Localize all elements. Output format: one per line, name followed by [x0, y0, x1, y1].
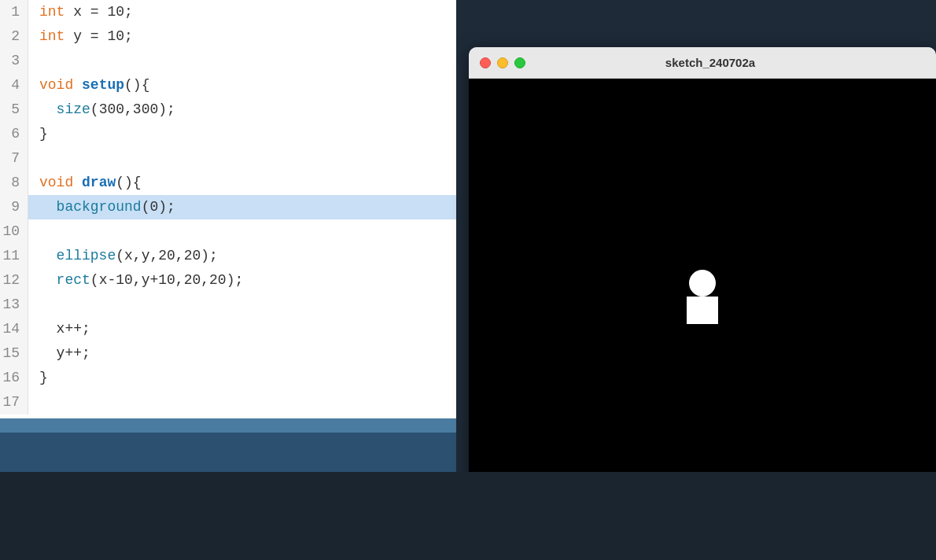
line-content-17 — [28, 390, 39, 414]
window-title: sketch_240702a — [532, 56, 889, 69]
line-number-17: 17 — [0, 390, 28, 414]
line-content-13 — [28, 293, 39, 317]
line-content-14: x++; — [28, 317, 90, 341]
code-line-10[interactable]: 10 — [0, 219, 456, 244]
line-number-5: 5 — [0, 98, 28, 122]
line-number-11: 11 — [0, 244, 28, 268]
line-content-16: } — [28, 366, 48, 390]
maximize-button[interactable] — [514, 57, 525, 68]
line-number-12: 12 — [0, 268, 28, 293]
rect-shape — [687, 297, 718, 324]
line-number-15: 15 — [0, 341, 28, 366]
code-line-6[interactable]: 6} — [0, 122, 456, 146]
bottom-bar — [0, 472, 936, 560]
code-line-17[interactable]: 17 — [0, 390, 456, 414]
line-content-9: background(0); — [28, 195, 175, 219]
line-content-1: int x = 10; — [28, 0, 133, 24]
code-line-14[interactable]: 14 x++; — [0, 317, 456, 341]
code-line-7[interactable]: 7 — [0, 146, 456, 171]
line-content-4: void setup(){ — [28, 73, 149, 98]
code-line-1[interactable]: 1int x = 10; — [0, 0, 456, 24]
line-number-6: 6 — [0, 122, 28, 146]
line-number-13: 13 — [0, 293, 28, 317]
line-content-2: int y = 10; — [28, 24, 133, 49]
line-content-12: rect(x-10,y+10,20,20); — [28, 268, 243, 293]
editor-footer — [0, 433, 456, 472]
close-button[interactable] — [480, 57, 491, 68]
code-lines: 1int x = 10;2int y = 10;34void setup(){5… — [0, 0, 456, 414]
code-line-15[interactable]: 15 y++; — [0, 341, 456, 366]
line-number-9: 9 — [0, 195, 28, 219]
line-number-4: 4 — [0, 73, 28, 98]
code-line-2[interactable]: 2int y = 10; — [0, 24, 456, 49]
code-line-3[interactable]: 3 — [0, 49, 456, 73]
editor-scrollbar[interactable] — [0, 418, 456, 433]
line-content-15: y++; — [28, 341, 90, 366]
line-content-7 — [28, 146, 39, 171]
code-area: 1int x = 10;2int y = 10;34void setup(){5… — [0, 0, 456, 418]
preview-window: sketch_240702a — [469, 47, 936, 488]
line-number-16: 16 — [0, 366, 28, 390]
line-content-3 — [28, 49, 39, 73]
code-line-8[interactable]: 8void draw(){ — [0, 171, 456, 195]
code-editor[interactable]: 1int x = 10;2int y = 10;34void setup(){5… — [0, 0, 456, 472]
line-content-8: void draw(){ — [28, 171, 142, 195]
preview-titlebar: sketch_240702a — [469, 47, 936, 79]
code-line-4[interactable]: 4void setup(){ — [0, 73, 456, 98]
preview-canvas — [469, 79, 936, 488]
line-number-8: 8 — [0, 171, 28, 195]
ellipse-shape — [689, 270, 716, 297]
line-content-5: size(300,300); — [28, 98, 175, 122]
line-content-6: } — [28, 122, 48, 146]
line-content-11: ellipse(x,y,20,20); — [28, 244, 218, 268]
line-number-1: 1 — [0, 0, 28, 24]
line-number-2: 2 — [0, 24, 28, 49]
line-content-10 — [28, 219, 39, 244]
code-line-16[interactable]: 16} — [0, 366, 456, 390]
line-number-7: 7 — [0, 146, 28, 171]
line-number-10: 10 — [0, 219, 28, 244]
code-line-13[interactable]: 13 — [0, 293, 456, 317]
code-line-5[interactable]: 5 size(300,300); — [0, 98, 456, 122]
line-number-14: 14 — [0, 317, 28, 341]
code-line-11[interactable]: 11 ellipse(x,y,20,20); — [0, 244, 456, 268]
minimize-button[interactable] — [497, 57, 508, 68]
code-line-12[interactable]: 12 rect(x-10,y+10,20,20); — [0, 268, 456, 293]
line-number-3: 3 — [0, 49, 28, 73]
code-line-9[interactable]: 9 background(0); — [0, 195, 456, 219]
